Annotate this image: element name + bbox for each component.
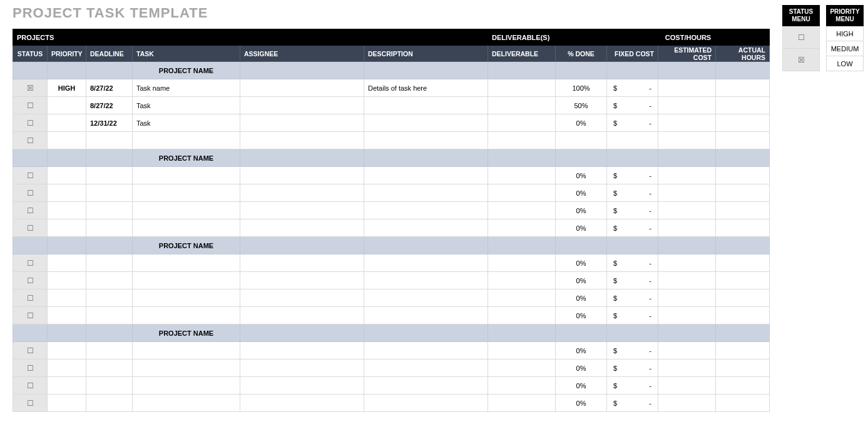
priority-cell[interactable] — [48, 184, 86, 202]
description-cell[interactable] — [364, 114, 488, 132]
assignee-cell[interactable] — [240, 79, 364, 97]
task-cell[interactable] — [133, 359, 240, 377]
fixed-cost-cell[interactable]: $- — [607, 359, 658, 377]
assignee-cell[interactable] — [240, 307, 364, 324]
deadline-cell[interactable] — [86, 184, 133, 202]
assignee-cell[interactable] — [240, 342, 364, 359]
assignee-cell[interactable] — [240, 184, 364, 202]
task-cell[interactable] — [133, 377, 240, 394]
pct-done-cell[interactable]: 50% — [556, 97, 607, 114]
deadline-cell[interactable] — [86, 394, 133, 412]
priority-menu-item[interactable]: MEDIUM — [827, 41, 864, 56]
description-cell[interactable] — [364, 307, 488, 324]
priority-cell[interactable] — [48, 289, 86, 307]
pct-done-cell[interactable]: 0% — [556, 359, 607, 377]
task-cell[interactable] — [133, 132, 240, 149]
project-name-cell[interactable]: PROJECT NAME — [133, 237, 240, 254]
description-cell[interactable] — [364, 184, 488, 202]
priority-cell[interactable] — [48, 342, 86, 359]
pct-done-cell[interactable] — [556, 132, 607, 149]
actual-hours-cell[interactable] — [716, 79, 770, 97]
deliverable-cell[interactable] — [488, 289, 556, 307]
deliverable-cell[interactable] — [488, 254, 556, 272]
description-cell[interactable] — [364, 167, 488, 184]
status-checkbox[interactable]: ☐ — [13, 202, 48, 219]
deliverable-cell[interactable] — [488, 167, 556, 184]
task-cell[interactable] — [133, 202, 240, 219]
status-checkbox[interactable]: ☒ — [13, 79, 48, 97]
priority-cell[interactable] — [48, 272, 86, 289]
fixed-cost-cell[interactable]: $- — [607, 289, 658, 307]
deliverable-cell[interactable] — [488, 132, 556, 149]
task-cell[interactable] — [133, 167, 240, 184]
fixed-cost-cell[interactable]: $- — [607, 254, 658, 272]
est-cost-cell[interactable] — [658, 97, 716, 114]
deliverable-cell[interactable] — [488, 394, 556, 412]
est-cost-cell[interactable] — [658, 289, 716, 307]
pct-done-cell[interactable]: 0% — [556, 342, 607, 359]
priority-cell[interactable] — [48, 167, 86, 184]
deadline-cell[interactable]: 12/31/22 — [86, 114, 133, 132]
status-checkbox[interactable]: ☐ — [13, 219, 48, 237]
priority-menu-item[interactable]: LOW — [827, 56, 864, 71]
pct-done-cell[interactable]: 0% — [556, 289, 607, 307]
est-cost-cell[interactable] — [658, 254, 716, 272]
actual-hours-cell[interactable] — [716, 184, 770, 202]
fixed-cost-cell[interactable]: $- — [607, 97, 658, 114]
description-cell[interactable] — [364, 342, 488, 359]
assignee-cell[interactable] — [240, 97, 364, 114]
description-cell[interactable] — [364, 272, 488, 289]
task-cell[interactable]: Task — [133, 114, 240, 132]
status-checkbox[interactable]: ☐ — [13, 97, 48, 114]
fixed-cost-cell[interactable] — [607, 132, 658, 149]
description-cell[interactable] — [364, 254, 488, 272]
est-cost-cell[interactable] — [658, 342, 716, 359]
description-cell[interactable] — [364, 377, 488, 394]
pct-done-cell[interactable]: 0% — [556, 114, 607, 132]
deadline-cell[interactable] — [86, 377, 133, 394]
fixed-cost-cell[interactable]: $- — [607, 272, 658, 289]
est-cost-cell[interactable] — [658, 359, 716, 377]
priority-cell[interactable] — [48, 202, 86, 219]
fixed-cost-cell[interactable]: $- — [607, 79, 658, 97]
deliverable-cell[interactable] — [488, 97, 556, 114]
actual-hours-cell[interactable] — [716, 377, 770, 394]
fixed-cost-cell[interactable]: $- — [607, 202, 658, 219]
est-cost-cell[interactable] — [658, 79, 716, 97]
deadline-cell[interactable] — [86, 342, 133, 359]
deliverable-cell[interactable] — [488, 307, 556, 324]
task-cell[interactable] — [133, 219, 240, 237]
assignee-cell[interactable] — [240, 377, 364, 394]
description-cell[interactable] — [364, 202, 488, 219]
task-cell[interactable] — [133, 342, 240, 359]
status-checkbox[interactable]: ☐ — [13, 289, 48, 307]
pct-done-cell[interactable]: 0% — [556, 394, 607, 412]
pct-done-cell[interactable]: 0% — [556, 254, 607, 272]
deadline-cell[interactable] — [86, 289, 133, 307]
task-cell[interactable] — [133, 307, 240, 324]
task-cell[interactable]: Task name — [133, 79, 240, 97]
actual-hours-cell[interactable] — [716, 254, 770, 272]
fixed-cost-cell[interactable]: $- — [607, 167, 658, 184]
deliverable-cell[interactable] — [488, 342, 556, 359]
pct-done-cell[interactable]: 0% — [556, 219, 607, 237]
deadline-cell[interactable] — [86, 167, 133, 184]
description-cell[interactable] — [364, 132, 488, 149]
pct-done-cell[interactable]: 0% — [556, 307, 607, 324]
assignee-cell[interactable] — [240, 394, 364, 412]
pct-done-cell[interactable]: 100% — [556, 79, 607, 97]
actual-hours-cell[interactable] — [716, 307, 770, 324]
task-cell[interactable] — [133, 289, 240, 307]
actual-hours-cell[interactable] — [716, 132, 770, 149]
deliverable-cell[interactable] — [488, 184, 556, 202]
deadline-cell[interactable] — [86, 307, 133, 324]
deadline-cell[interactable] — [86, 219, 133, 237]
deadline-cell[interactable] — [86, 272, 133, 289]
fixed-cost-cell[interactable]: $- — [607, 342, 658, 359]
assignee-cell[interactable] — [240, 254, 364, 272]
status-checkbox[interactable]: ☐ — [13, 394, 48, 412]
task-cell[interactable] — [133, 184, 240, 202]
assignee-cell[interactable] — [240, 289, 364, 307]
pct-done-cell[interactable]: 0% — [556, 184, 607, 202]
description-cell[interactable] — [364, 289, 488, 307]
